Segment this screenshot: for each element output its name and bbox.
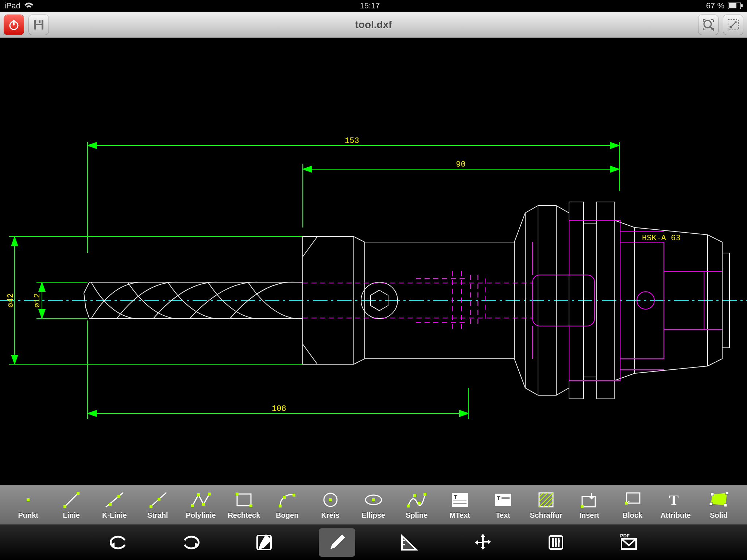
svg-rect-2: [741, 4, 743, 7]
svg-rect-81: [372, 498, 375, 501]
dim-dia42-label: ø42: [6, 293, 15, 308]
svg-rect-103: [724, 504, 727, 507]
redo-button[interactable]: [173, 528, 209, 557]
svg-line-62: [106, 493, 123, 507]
tool-text[interactable]: T Text: [483, 490, 523, 520]
battery-icon: [728, 3, 743, 9]
tool-solid[interactable]: Solid: [699, 490, 739, 520]
svg-text:T: T: [497, 495, 500, 501]
svg-rect-68: [191, 504, 194, 507]
tool-spline[interactable]: Spline: [396, 490, 437, 520]
clock: 15:17: [360, 1, 380, 11]
svg-rect-79: [329, 498, 332, 501]
tool-linie[interactable]: Linie: [51, 490, 92, 520]
tool-insert[interactable]: Insert: [569, 490, 609, 520]
svg-rect-73: [236, 493, 239, 495]
drawing-tools-toolbar: Punkt Linie K-Linie Strahl Polylinie Rec…: [0, 485, 747, 524]
dim-90-label: 90: [456, 160, 465, 169]
hatch-icon: [538, 490, 554, 510]
point-icon: [21, 490, 35, 510]
zoom-extents-button[interactable]: [698, 15, 719, 35]
undo-button[interactable]: [100, 528, 136, 557]
svg-rect-114: [558, 540, 560, 542]
tool-ellipse[interactable]: Ellipse: [353, 490, 394, 520]
tool-block[interactable]: Block: [612, 490, 653, 520]
svg-rect-63: [109, 503, 112, 506]
tool-bogen[interactable]: Bogen: [267, 490, 307, 520]
svg-rect-69: [197, 493, 200, 496]
dim-dia12-label: ø12: [33, 293, 42, 308]
wifi-icon: [24, 2, 34, 9]
polyline-icon: [191, 490, 211, 510]
tool-rechteck[interactable]: Rechteck: [224, 490, 264, 520]
svg-rect-104: [709, 502, 712, 505]
line-icon: [63, 490, 80, 510]
tool-k-linie[interactable]: K-Linie: [94, 490, 135, 520]
svg-rect-7: [36, 25, 42, 30]
svg-rect-75: [279, 505, 282, 508]
svg-rect-94: [582, 497, 595, 507]
rectangle-icon: [235, 490, 253, 510]
svg-rect-66: [150, 505, 152, 508]
save-button[interactable]: [28, 15, 49, 35]
svg-rect-85: [423, 493, 426, 496]
tool-mtext[interactable]: T MText: [440, 490, 480, 520]
svg-rect-101: [711, 493, 714, 496]
svg-rect-8: [39, 20, 40, 23]
draw-button[interactable]: [319, 528, 355, 557]
measure-button[interactable]: [392, 528, 428, 557]
tool-kreis[interactable]: Kreis: [310, 490, 351, 520]
dimension-108: 108: [88, 320, 469, 419]
svg-rect-76: [283, 496, 286, 499]
svg-text:T: T: [454, 494, 457, 500]
svg-rect-60: [63, 505, 66, 508]
svg-line-10: [710, 27, 713, 30]
edit-button[interactable]: [246, 528, 282, 557]
circle-icon: [322, 490, 339, 510]
svg-rect-74: [249, 504, 252, 507]
svg-rect-72: [237, 494, 251, 506]
action-toolbar: PDF: [0, 524, 747, 560]
tool-strahl[interactable]: Strahl: [138, 490, 178, 520]
tool-polylinie[interactable]: Polylinie: [181, 490, 221, 520]
battery-label: 67 %: [706, 1, 724, 11]
svg-rect-1: [729, 3, 736, 8]
dim-108-label: 108: [272, 404, 286, 413]
text-icon: T: [494, 490, 512, 510]
power-button[interactable]: [4, 15, 24, 35]
drawing-canvas[interactable]: 153 90 108 ø42 ø12: [0, 38, 747, 485]
mtext-icon: T: [451, 490, 469, 510]
svg-rect-84: [418, 502, 421, 505]
svg-rect-71: [208, 493, 211, 495]
arc-icon: [278, 490, 296, 510]
zoom-window-button[interactable]: [723, 15, 743, 35]
svg-rect-112: [552, 539, 554, 541]
svg-text:T: T: [669, 492, 679, 508]
move-button[interactable]: [465, 528, 501, 557]
title-bar: tool.dxf: [0, 12, 747, 38]
block-icon: [624, 490, 641, 510]
export-pdf-button[interactable]: PDF: [611, 528, 647, 557]
tool-schraffur[interactable]: Schraffur: [526, 490, 566, 520]
device-label: iPad: [4, 1, 20, 11]
tool-punkt[interactable]: Punkt: [8, 490, 48, 520]
insert-icon: [581, 490, 598, 510]
ray-icon: [148, 490, 167, 510]
svg-rect-77: [293, 494, 295, 497]
file-title: tool.dxf: [355, 19, 392, 31]
svg-rect-83: [413, 494, 416, 497]
svg-rect-95: [581, 505, 584, 508]
svg-rect-4: [13, 20, 15, 26]
dimension-153: 153: [88, 136, 619, 253]
dimension-90: 90: [303, 160, 619, 228]
annotation-hsk: HSK-A 63: [642, 234, 681, 243]
svg-rect-102: [725, 492, 728, 494]
tool-attribute[interactable]: T Attribute: [655, 490, 696, 520]
solid-icon: [709, 490, 728, 510]
svg-rect-58: [27, 498, 30, 501]
dim-153-label: 153: [345, 136, 359, 145]
svg-rect-113: [555, 543, 557, 545]
ios-status-bar: iPad 15:17 67 %: [0, 0, 747, 12]
ellipse-icon: [364, 490, 383, 510]
settings-button[interactable]: [538, 528, 574, 557]
